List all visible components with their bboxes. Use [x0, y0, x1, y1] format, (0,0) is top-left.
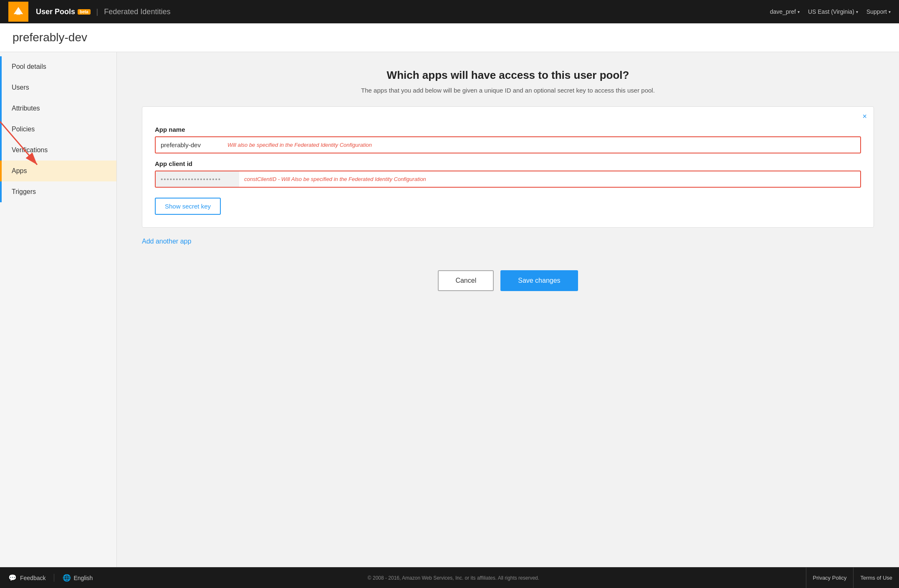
content-subheading: The apps that you add below will be give… [142, 87, 874, 94]
terms-of-use-link[interactable]: Terms of Use [853, 568, 899, 588]
close-icon[interactable]: × [862, 113, 867, 120]
app-card: × App name Will also be specified in the… [142, 106, 874, 228]
app-client-id-input[interactable] [156, 171, 239, 187]
add-another-app-link[interactable]: Add another app [142, 238, 874, 262]
privacy-policy-link[interactable]: Privacy Policy [806, 568, 854, 588]
main-layout: Pool details Users Attributes Policies V… [0, 52, 899, 567]
app-client-id-field-row: constClientID - Will Also be specified i… [155, 171, 861, 188]
sidebar-item-apps[interactable]: Apps [0, 161, 116, 181]
region-chevron-icon: ▾ [856, 10, 858, 14]
aws-logo [8, 2, 28, 22]
sidebar-label-users: Users [12, 84, 29, 91]
app-name-hint: Will also be specified in the Federated … [222, 142, 377, 148]
support-chevron-icon: ▾ [889, 10, 891, 14]
action-buttons: Cancel Save changes [142, 270, 874, 291]
support-menu[interactable]: Support ▾ [866, 8, 891, 15]
sidebar-item-pool-details[interactable]: Pool details [0, 56, 116, 77]
feedback-label: Feedback [20, 575, 45, 581]
user-chevron-icon: ▾ [798, 10, 800, 14]
nav-divider: | [96, 8, 98, 16]
svg-rect-2 [17, 12, 20, 15]
footer-right: Privacy Policy Terms of Use [806, 568, 899, 588]
app-client-id-hint: constClientID - Will Also be specified i… [239, 176, 431, 182]
region-menu[interactable]: US East (Virginia) ▾ [808, 8, 858, 15]
feedback-button[interactable]: 💬 Feedback [0, 574, 54, 582]
save-changes-button[interactable]: Save changes [500, 270, 578, 291]
app-name-input[interactable] [156, 137, 222, 153]
app-client-id-label: App client id [155, 160, 861, 167]
topnav-right: dave_pref ▾ US East (Virginia) ▾ Support… [770, 8, 891, 15]
sidebar-item-users[interactable]: Users [0, 77, 116, 98]
federated-link[interactable]: Federated Identities [104, 8, 170, 16]
footer-left: 💬 Feedback 🌐 English [0, 574, 101, 582]
page-title: preferably-dev [13, 31, 886, 44]
app-name-field-row: Will also be specified in the Federated … [155, 136, 861, 153]
footer-copyright: © 2008 - 2016, Amazon Web Services, Inc.… [101, 575, 806, 581]
app-name-label: App name [155, 126, 861, 133]
footer: 💬 Feedback 🌐 English © 2008 - 2016, Amaz… [0, 567, 899, 588]
language-selector[interactable]: 🌐 English [54, 574, 101, 582]
main-content: Which apps will have access to this user… [117, 52, 899, 567]
language-label: English [73, 575, 93, 581]
globe-icon: 🌐 [63, 574, 71, 582]
sidebar-label-attributes: Attributes [12, 105, 40, 112]
sidebar-item-verifications[interactable]: Verifications [0, 140, 116, 161]
sidebar-item-triggers[interactable]: Triggers [0, 181, 116, 202]
topnav: User Pools beta | Federated Identities d… [0, 0, 899, 23]
page-title-bar: preferably-dev [0, 23, 899, 52]
feedback-icon: 💬 [8, 574, 17, 582]
beta-badge: beta [78, 9, 91, 15]
userpools-title: User Pools [36, 8, 75, 16]
sidebar-label-apps: Apps [12, 167, 27, 175]
sidebar: Pool details Users Attributes Policies V… [0, 52, 117, 567]
show-secret-key-button[interactable]: Show secret key [155, 198, 221, 215]
sidebar-label-policies: Policies [12, 126, 35, 133]
sidebar-label-verifications: Verifications [12, 146, 48, 154]
sidebar-label-pool-details: Pool details [12, 63, 46, 70]
sidebar-item-policies[interactable]: Policies [0, 119, 116, 140]
user-menu[interactable]: dave_pref ▾ [770, 8, 800, 15]
sidebar-item-attributes[interactable]: Attributes [0, 98, 116, 119]
content-heading: Which apps will have access to this user… [142, 69, 874, 82]
sidebar-label-triggers: Triggers [12, 188, 36, 196]
cancel-button[interactable]: Cancel [438, 270, 494, 291]
